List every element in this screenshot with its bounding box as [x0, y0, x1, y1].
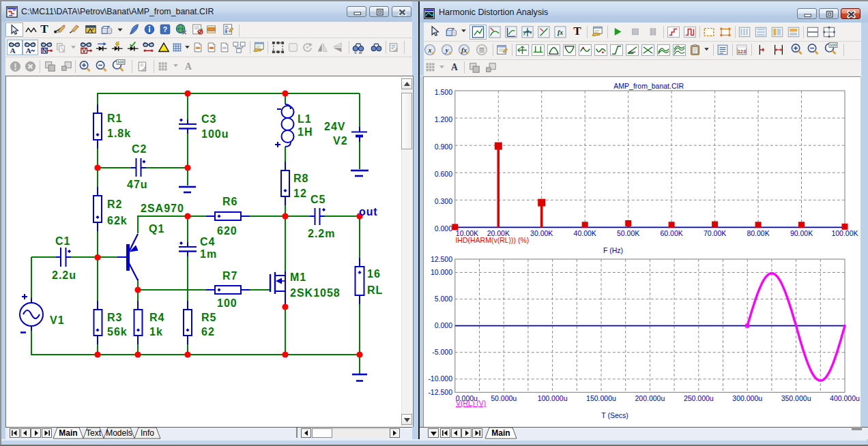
svg-text:A: A — [26, 46, 32, 54]
svg-text:C1: C1 — [55, 235, 70, 247]
svg-text:90.00K: 90.00K — [790, 229, 813, 237]
svg-text:Models: Models — [106, 428, 132, 438]
svg-text:-10.000: -10.000 — [428, 374, 452, 383]
svg-text:1m: 1m — [200, 248, 217, 260]
svg-text:2.2m: 2.2m — [308, 228, 335, 239]
svg-text:100: 100 — [217, 297, 237, 309]
svg-text:R3: R3 — [107, 312, 122, 323]
svg-text:A: A — [451, 62, 458, 72]
svg-text:350.000u: 350.000u — [781, 394, 811, 402]
svg-text:C2: C2 — [132, 143, 147, 155]
svg-text:R5: R5 — [201, 312, 216, 323]
svg-text:62: 62 — [201, 326, 215, 338]
svg-text:-5.000: -5.000 — [432, 348, 452, 356]
svg-text:16: 16 — [367, 268, 381, 280]
svg-text:1.8k: 1.8k — [107, 128, 131, 139]
svg-text:100: 100 — [830, 43, 837, 47]
svg-text:F (Hz): F (Hz) — [603, 246, 623, 254]
svg-text:62k: 62k — [107, 215, 128, 226]
svg-text:?: ? — [163, 26, 167, 33]
svg-text:12.500: 12.500 — [431, 255, 452, 263]
svg-text:200.000u: 200.000u — [635, 394, 665, 402]
svg-text:y: y — [445, 46, 449, 54]
svg-text:A: A — [10, 46, 16, 54]
svg-text:2.2u: 2.2u — [52, 269, 76, 281]
svg-text:T (Secs): T (Secs) — [601, 411, 628, 419]
svg-text:70.00K: 70.00K — [704, 229, 726, 237]
svg-text:620: 620 — [217, 225, 237, 237]
svg-text:0.300: 0.300 — [435, 197, 452, 205]
svg-text:250.000u: 250.000u — [684, 394, 714, 402]
svg-text:56k: 56k — [107, 326, 128, 338]
svg-text:150.000u: 150.000u — [586, 394, 616, 402]
svg-text:50.00K: 50.00K — [617, 229, 639, 237]
svg-text:R4: R4 — [149, 312, 164, 323]
svg-text:400.000u: 400.000u — [830, 394, 860, 402]
svg-text:Text: Text — [86, 428, 102, 438]
svg-text:Info: Info — [141, 428, 154, 438]
svg-text:T: T — [40, 23, 48, 35]
svg-text:R7: R7 — [222, 270, 237, 282]
svg-text:-12.500: -12.500 — [428, 388, 452, 396]
svg-text:2SA970: 2SA970 — [141, 203, 184, 214]
svg-text:1H: 1H — [298, 126, 313, 138]
svg-text:N: N — [42, 46, 47, 54]
svg-text:100.000u: 100.000u — [538, 394, 568, 402]
svg-text:out: out — [359, 206, 378, 218]
svg-text:V: V — [82, 46, 87, 54]
svg-text:M1: M1 — [290, 271, 306, 283]
svg-text:1k: 1k — [149, 326, 163, 338]
svg-text:24V: 24V — [324, 121, 345, 132]
svg-text:V2: V2 — [333, 135, 348, 147]
svg-text:123: 123 — [738, 48, 747, 55]
svg-text:C5: C5 — [310, 194, 326, 205]
svg-text:Q1: Q1 — [149, 223, 164, 235]
svg-text:Main: Main — [491, 428, 510, 438]
svg-text:60.00K: 60.00K — [660, 229, 682, 237]
svg-text:40.00K: 40.00K — [574, 229, 596, 237]
svg-text:100.00K: 100.00K — [831, 229, 858, 237]
svg-text:100u: 100u — [201, 128, 229, 140]
svg-text:1.200: 1.200 — [435, 115, 452, 123]
svg-text:100: 100 — [117, 60, 125, 64]
svg-text:5.000: 5.000 — [435, 295, 452, 303]
svg-text:0.600: 0.600 — [435, 170, 452, 178]
svg-text:2SK1058: 2SK1058 — [290, 287, 341, 299]
svg-text:300.000u: 300.000u — [732, 394, 762, 402]
svg-text:0.900: 0.900 — [435, 143, 452, 151]
svg-text:C4: C4 — [200, 236, 215, 248]
svg-text:T: T — [573, 25, 581, 38]
svg-text:12: 12 — [293, 188, 307, 199]
svg-text:V1: V1 — [50, 314, 65, 326]
svg-text:IHD(HARM(v(RL))) (%): IHD(HARM(v(RL))) (%) — [455, 236, 529, 244]
svg-text:AMP_from_banat.CIR: AMP_from_banat.CIR — [613, 82, 684, 90]
svg-text:0.000: 0.000 — [435, 224, 452, 233]
svg-text:R2: R2 — [107, 198, 122, 210]
svg-text:30.00K: 30.00K — [530, 229, 553, 237]
svg-text:C3: C3 — [201, 113, 216, 125]
svg-text:80.00K: 80.00K — [747, 229, 769, 237]
svg-text:R1: R1 — [107, 113, 122, 124]
svg-text:Main: Main — [59, 428, 77, 438]
svg-text:V(RL) (V): V(RL) (V) — [456, 399, 486, 407]
svg-text:L1: L1 — [298, 113, 312, 125]
svg-text:R8: R8 — [293, 173, 308, 184]
svg-text:R6: R6 — [222, 196, 237, 207]
svg-text:10.000: 10.000 — [431, 268, 452, 276]
svg-text:A: A — [185, 61, 192, 72]
svg-text:x: x — [428, 46, 432, 54]
svg-text:1.500: 1.500 — [435, 88, 452, 96]
svg-text:50.000u: 50.000u — [491, 394, 517, 402]
svg-text:0.000: 0.000 — [435, 321, 452, 329]
svg-text:47u: 47u — [127, 179, 148, 190]
svg-text:fx: fx — [558, 29, 563, 36]
svg-text:RL: RL — [367, 284, 383, 296]
